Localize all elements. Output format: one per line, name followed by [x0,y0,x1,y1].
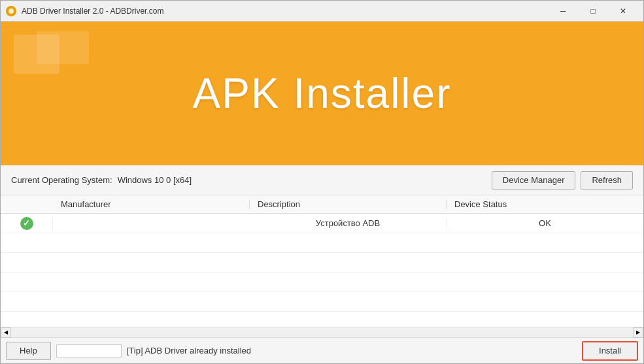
empty-row-1 [1,233,643,253]
table-header: Manufacturer Description Device Status [1,195,643,214]
info-bar: Current Operating System: Windows 10 0 [… [1,165,643,195]
scroll-track[interactable] [11,327,633,337]
col-header-device-status: Device Status [447,199,643,209]
horizontal-scrollbar[interactable]: ◀ ▶ [1,327,643,337]
window-controls: ─ □ ✕ [548,1,638,22]
row-status-cell: ✓ [1,217,53,230]
col-header-manufacturer: Manufacturer [53,199,250,209]
help-button[interactable]: Help [6,342,51,360]
check-icon: ✓ [20,217,33,230]
row-device-status-cell: OK [447,218,643,228]
refresh-button[interactable]: Refresh [581,171,633,190]
empty-row-2 [1,253,643,273]
os-label: Current Operating System: [11,175,112,185]
col-header-description: Description [250,199,447,209]
footer: Help [Tip] ADB Driver already installed … [1,337,643,363]
banner: APK Installer [1,22,643,165]
device-manager-button[interactable]: Device Manager [492,171,576,190]
device-table-area: Manufacturer Description Device Status ✓… [1,195,643,327]
table-row[interactable]: ✓ Устройство ADB OK [1,214,643,233]
app-icon [6,6,16,16]
table-body: ✓ Устройство ADB OK [1,214,643,327]
empty-row-5 [1,312,643,327]
close-button[interactable]: ✕ [608,1,638,22]
banner-decoration-2 [37,31,89,64]
window-title: ADB Driver Installer 2.0 - ADBDriver.com [22,7,548,16]
row-description-cell: Устройство ADB [250,218,447,228]
scroll-right-arrow[interactable]: ▶ [633,327,643,338]
minimize-button[interactable]: ─ [548,1,578,22]
main-window: ADB Driver Installer 2.0 - ADBDriver.com… [0,0,644,364]
info-buttons: Device Manager Refresh [492,171,633,190]
maximize-button[interactable]: □ [578,1,608,22]
title-bar: ADB Driver Installer 2.0 - ADBDriver.com… [1,1,643,22]
banner-title: APK Installer [193,69,452,118]
scroll-left-arrow[interactable]: ◀ [1,327,11,338]
progress-bar [56,344,122,357]
svg-point-0 [8,8,14,14]
tip-text: [Tip] ADB Driver already installed [127,346,577,356]
empty-row-4 [1,292,643,312]
empty-row-3 [1,273,643,292]
install-button[interactable]: Install [582,341,638,361]
os-value: Windows 10 0 [x64] [118,175,486,185]
